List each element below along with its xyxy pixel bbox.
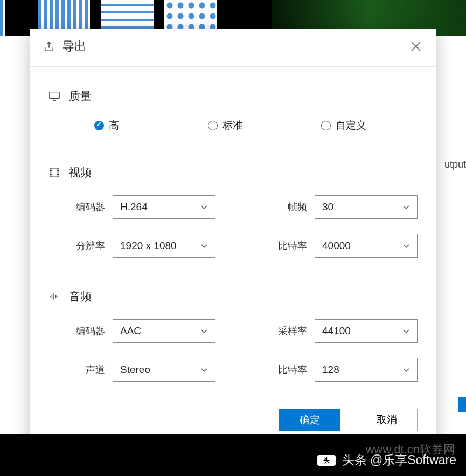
chevron-down-icon — [200, 203, 208, 211]
monitor-icon — [48, 90, 60, 102]
radio-selected-icon — [94, 121, 104, 130]
quality-radio-group: 高 标准 自定义 — [48, 119, 418, 133]
audio-channels-field: 声道 Stereo — [67, 358, 215, 382]
quality-section-header: 质量 — [48, 88, 418, 104]
chevron-down-icon — [402, 242, 410, 250]
watermark-label: 头条 — [342, 452, 367, 468]
audio-encoder-field: 编码器 AAC — [67, 319, 215, 343]
video-encoder-select[interactable]: H.264 — [113, 195, 215, 219]
video-resolution-select[interactable]: 1920 x 1080 — [113, 234, 215, 258]
background-button-fragment — [458, 397, 466, 412]
audio-label: 音频 — [69, 289, 92, 304]
video-framerate-field: 帧频 30 — [269, 195, 418, 219]
export-dialog: 导出 质量 高 标准 自定义 — [30, 29, 436, 446]
field-label: 声道 — [67, 363, 105, 376]
audio-samplerate-select[interactable]: 44100 — [315, 319, 418, 343]
radio-label: 标准 — [222, 119, 243, 133]
quality-label: 质量 — [69, 88, 92, 104]
quality-radio-custom[interactable]: 自定义 — [321, 119, 366, 133]
dialog-title: 导出 — [62, 38, 86, 54]
audio-section-header: 音频 — [48, 289, 418, 304]
radio-icon — [208, 121, 218, 130]
select-value: 44100 — [322, 325, 351, 337]
select-value: Stereo — [120, 364, 150, 376]
cancel-button[interactable]: 取消 — [356, 409, 418, 431]
field-label: 比特率 — [269, 239, 307, 252]
waveform-icon — [48, 291, 60, 302]
select-value: AAC — [120, 325, 141, 337]
select-value: 1920 x 1080 — [120, 240, 177, 252]
svg-rect-2 — [50, 92, 59, 99]
select-value: H.264 — [120, 201, 148, 213]
field-label: 编码器 — [67, 201, 105, 213]
background-footer: www.dt.cn软券网 头 头条 @乐享Software — [0, 434, 466, 476]
video-encoder-field: 编码器 H.264 — [67, 195, 215, 219]
select-value: 30 — [322, 201, 333, 213]
dialog-header: 导出 — [30, 29, 436, 67]
watermark-url: www.dt.cn软券网 — [366, 441, 455, 458]
audio-channels-select[interactable]: Stereo — [113, 358, 215, 382]
audio-samplerate-field: 采样率 44100 — [269, 319, 418, 343]
output-text-fragment: utput — [444, 159, 466, 170]
chevron-down-icon — [402, 366, 410, 374]
export-icon — [43, 40, 55, 52]
video-label: 视频 — [69, 165, 92, 180]
field-label: 比特率 — [269, 363, 307, 376]
audio-encoder-select[interactable]: AAC — [113, 319, 215, 343]
field-label: 分辨率 — [67, 239, 105, 252]
select-value: 40000 — [322, 240, 351, 252]
quality-radio-standard[interactable]: 标准 — [208, 119, 243, 133]
svg-rect-4 — [50, 168, 59, 177]
quality-radio-high[interactable]: 高 — [94, 119, 119, 133]
field-label: 采样率 — [269, 325, 307, 337]
radio-label: 自定义 — [336, 119, 366, 133]
close-icon[interactable] — [411, 41, 421, 52]
audio-bitrate-field: 比特率 128 — [269, 358, 418, 382]
video-bitrate-field: 比特率 40000 — [269, 234, 418, 258]
field-label: 帧频 — [269, 201, 307, 213]
chevron-down-icon — [402, 203, 410, 211]
radio-icon — [321, 121, 331, 130]
chevron-down-icon — [200, 366, 208, 374]
video-section-header: 视频 — [48, 165, 418, 180]
select-value: 128 — [322, 364, 339, 376]
video-framerate-select[interactable]: 30 — [315, 195, 418, 219]
chevron-down-icon — [200, 327, 208, 335]
chevron-down-icon — [402, 327, 410, 335]
chevron-down-icon — [200, 242, 208, 250]
video-bitrate-select[interactable]: 40000 — [315, 234, 418, 258]
video-resolution-field: 分辨率 1920 x 1080 — [67, 234, 215, 258]
film-icon — [48, 167, 60, 178]
audio-bitrate-select[interactable]: 128 — [315, 358, 418, 382]
ok-button[interactable]: 确定 — [279, 409, 340, 431]
radio-label: 高 — [109, 119, 119, 133]
field-label: 编码器 — [67, 325, 105, 337]
